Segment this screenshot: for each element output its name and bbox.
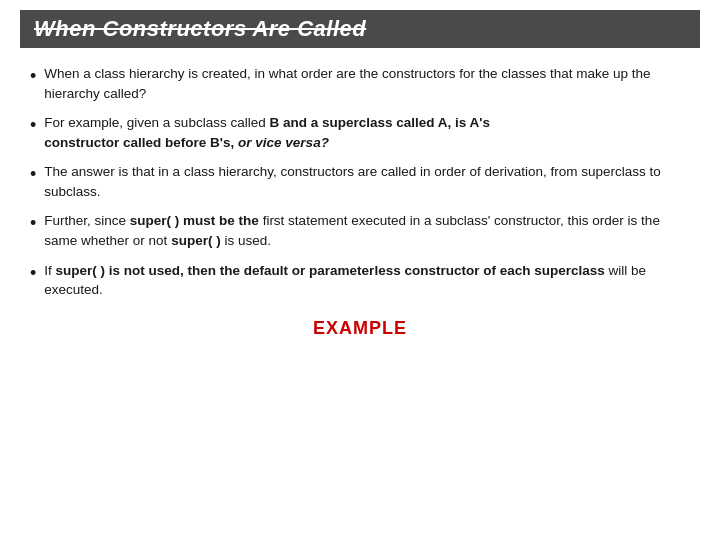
list-item: Further, since super( ) must be the firs…: [30, 211, 690, 250]
list-item: If super( ) is not used, then the defaul…: [30, 261, 690, 300]
example-label[interactable]: EXAMPLE: [30, 318, 690, 339]
bullet-list: When a class hierarchy is created, in wh…: [30, 64, 690, 300]
bullet-text-3: The answer is that in a class hierarchy,…: [44, 162, 690, 201]
bullet-text-1: When a class hierarchy is created, in wh…: [44, 64, 690, 103]
list-item: For example, given a subclass called B a…: [30, 113, 690, 152]
bold-super2: super( ): [171, 233, 221, 248]
list-item: When a class hierarchy is created, in wh…: [30, 64, 690, 103]
list-item: The answer is that in a class hierarchy,…: [30, 162, 690, 201]
bold-super-not-used: super( ) is not used, then the default o…: [56, 263, 605, 278]
bold-and: and a superclass called A, is A's: [283, 115, 490, 130]
slide: When Constructors Are Called When a clas…: [0, 0, 720, 540]
bold-super1: super( ) must be the: [130, 213, 259, 228]
slide-content: When a class hierarchy is created, in wh…: [20, 64, 700, 339]
bold-italic-vice: or vice versa?: [238, 135, 329, 150]
bullet-text-2: For example, given a subclass called B a…: [44, 113, 690, 152]
slide-title: When Constructors Are Called: [20, 10, 700, 48]
bold-constructor: constructor called before B's, or vice v…: [44, 135, 329, 150]
bullet-text-5: If super( ) is not used, then the defaul…: [44, 261, 690, 300]
bold-B: B: [269, 115, 279, 130]
bullet-text-4: Further, since super( ) must be the firs…: [44, 211, 690, 250]
